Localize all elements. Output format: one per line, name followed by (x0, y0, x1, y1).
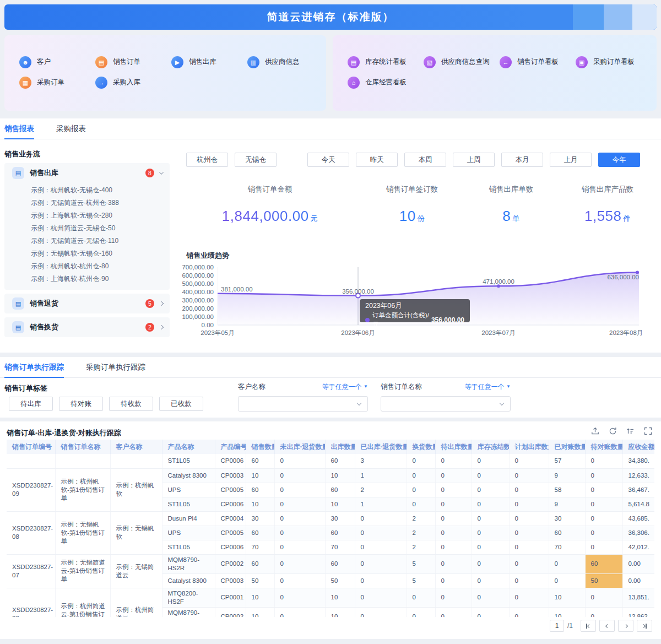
period-filter-button[interactable]: 今天 (307, 153, 349, 167)
last-page-button[interactable] (637, 620, 652, 632)
qty-cell: 0 (472, 573, 509, 588)
filter-operator-link[interactable]: 等于任意一个 ▼ (465, 382, 511, 392)
qty-cell: 10 (246, 497, 274, 511)
period-filter-group: 今天昨天本周上周本月上月今年 (307, 153, 640, 167)
period-filter-button[interactable]: 昨天 (356, 153, 398, 167)
flow-item[interactable]: 示例：杭州简道云-无锡仓-50 (4, 222, 170, 235)
column-header: 销售订单编号 (7, 440, 55, 454)
flow-group-header[interactable]: ▤销售退货5 (4, 294, 170, 313)
qty-cell: 10 (325, 588, 355, 607)
kpi-value: 1,844,000.00元 (212, 208, 328, 225)
qty-cell: 0 (549, 573, 585, 588)
flow-doc-icon: ▤ (12, 167, 24, 179)
column-header: 计划出库数量 (509, 440, 549, 454)
table-row: XSDD230827-07示例：无锡简道云-第1份销售订单示例：无锡简道云MQM… (7, 554, 654, 573)
app-item-sales-order[interactable]: ▤销售订单 (95, 52, 171, 72)
tag-button-待收款[interactable]: 待收款 (109, 397, 153, 411)
app-item-supplier-info[interactable]: ▥供应商信息 (247, 52, 323, 72)
list-board-icon: ▤ (348, 56, 360, 68)
qty-cell: 60 (325, 526, 355, 540)
flow-group-title: 销售出库 (30, 168, 145, 178)
order-no-cell (7, 454, 55, 468)
tag-button-已收款[interactable]: 已收款 (159, 397, 203, 411)
tracking-tab[interactable]: 采购订单执行跟踪 (86, 357, 145, 377)
qty-cell: 0 (585, 607, 622, 617)
app-item-purchase-order-board[interactable]: ▣采购订单看板 (576, 52, 652, 72)
filter-select[interactable] (381, 396, 511, 412)
tracking-table: 销售订单编号销售订单名称客户名称产品名称产品编号销售数量未出库-退货数量出库数量… (7, 440, 654, 617)
warehouse-filter-button[interactable]: 杭州仓 (186, 153, 228, 167)
tracking-tab[interactable]: 销售订单执行跟踪 (4, 357, 64, 377)
flow-group-header[interactable]: ▤销售换货2 (4, 317, 170, 337)
count-badge: 8 (145, 169, 154, 177)
app-item-purchase-order[interactable]: ▦采购订单 (19, 72, 95, 93)
qty-cell: 30 (549, 511, 585, 526)
tag-button-待出库[interactable]: 待出库 (9, 397, 53, 411)
app-item-label: 销售订单看板 (517, 57, 559, 67)
sales-trend-chart[interactable]: 700,000.00600,000.00500,000.00400,000.00… (182, 266, 657, 343)
qty-cell: 0 (472, 554, 509, 573)
y-tick-label: 500,000.00 (182, 280, 214, 287)
flow-item[interactable]: 示例：无锡简道云-杭州仓-388 (4, 197, 170, 209)
table-scroll-area[interactable]: 销售订单编号销售订单名称客户名称产品名称产品编号销售数量未出库-退货数量出库数量… (7, 440, 654, 617)
qty-cell: 2 (407, 511, 435, 526)
page-title: 简道云进销存（标准版） (267, 10, 394, 24)
period-filter-button[interactable]: 上周 (453, 153, 495, 167)
qty-cell: 9 (549, 468, 585, 483)
flow-item[interactable]: 示例：上海帆软-杭州仓-90 (4, 273, 170, 285)
qty-cell: 0 (274, 588, 325, 607)
app-item-warehouse-board[interactable]: ⌂仓库经营看板 (348, 72, 424, 93)
y-tick-label: 600,000.00 (182, 272, 214, 279)
table-toolbar (591, 427, 652, 435)
warehouse-filter-button[interactable]: 无锡仓 (235, 153, 277, 167)
app-item-supplier-query[interactable]: ▧供应商信息查询 (424, 52, 500, 72)
flow-item[interactable]: 示例：无锡帆软-无锡仓-160 (4, 247, 170, 260)
filter-operator-link[interactable]: 等于任意一个 ▼ (322, 382, 368, 392)
report-tab[interactable]: 销售报表 (4, 118, 34, 139)
qty-cell: 10 (549, 588, 585, 607)
flow-item[interactable]: 示例：杭州帆软-无锡仓-400 (4, 184, 170, 197)
flow-item[interactable]: 示例：上海帆软-无锡仓-280 (4, 209, 170, 222)
amount-cell: 36,306. (622, 526, 654, 540)
product-code-cell: CP0005 (215, 526, 246, 540)
qty-cell: 60 (246, 483, 274, 497)
qty-cell: 0 (355, 607, 407, 617)
product-name-cell: ST1L05 (162, 497, 215, 511)
refresh-icon[interactable] (609, 427, 617, 435)
next-page-button[interactable] (618, 620, 633, 632)
app-item-inventory-board[interactable]: ▤库存统计看板 (348, 52, 424, 72)
filter-label: 客户名称 (238, 382, 266, 392)
app-item-sales-order-board[interactable]: ←销售订单看板 (500, 52, 576, 72)
point-label: 471,000.00 (483, 278, 514, 285)
period-filter-button[interactable]: 本周 (404, 153, 446, 167)
column-sort-icon[interactable] (626, 427, 635, 435)
count-badge: 2 (145, 323, 154, 332)
qty-cell: 0 (509, 540, 549, 554)
period-filter-button[interactable]: 本月 (501, 153, 543, 167)
page-input[interactable]: 1 (550, 620, 564, 632)
qty-cell: 60 (325, 483, 355, 497)
export-icon[interactable] (591, 427, 599, 435)
app-item-customers[interactable]: ☻客户 (19, 52, 95, 72)
app-item-sales-outbound[interactable]: ▶销售出库 (171, 52, 247, 72)
flow-item[interactable]: 示例：无锡简道云-无锡仓-110 (4, 235, 170, 247)
fullscreen-icon[interactable] (644, 427, 652, 435)
prev-page-button[interactable] (599, 620, 615, 632)
amount-cell: 34,380. (622, 454, 654, 468)
tag-button-待对账[interactable]: 待对账 (59, 397, 103, 411)
first-page-button[interactable] (581, 620, 596, 632)
report-tab[interactable]: 采购报表 (56, 118, 86, 139)
kpi-label: 销售出库产品数 (556, 185, 659, 194)
flow-group-header[interactable]: ▤销售出库8 (4, 163, 170, 183)
flow-item-list: 示例：杭州帆软-无锡仓-400示例：无锡简道云-杭州仓-388示例：上海帆软-无… (4, 183, 170, 290)
period-filter-button[interactable]: 今年 (598, 153, 640, 167)
order-no-cell: XSDD230827-08 (7, 511, 55, 554)
amount-cell: 0.00 (622, 573, 654, 588)
filter-select[interactable] (238, 396, 368, 412)
kpi-unit: 元 (311, 214, 318, 223)
period-filter-button[interactable]: 上月 (550, 153, 592, 167)
amount-cell: 12,862. (622, 607, 654, 617)
flow-item[interactable]: 示例：杭州帆软-杭州仓-80 (4, 260, 170, 273)
amount-cell: 0.00 (622, 554, 654, 573)
app-item-purchase-inbound[interactable]: →采购入库 (95, 72, 171, 93)
